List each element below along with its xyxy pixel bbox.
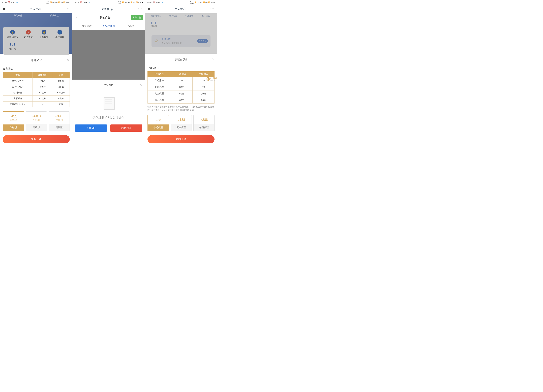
table-row: 查看精准群/名片-支持 [3, 101, 70, 107]
empty-state: 仅代理和VIP会员可操作 [75, 92, 142, 124]
table-row: 查看群/名片-积分免积分 [3, 78, 70, 84]
status-hz: 90Hz [11, 1, 15, 3]
permission-title: 无权限 [104, 83, 113, 87]
app-header: ✕ 我的广告 ••• [72, 5, 145, 13]
empty-text: 仅代理和VIP会员可操作 [75, 115, 142, 119]
dimmed-content [72, 30, 145, 79]
vip-modal-title: 开通VIP [31, 58, 42, 62]
my-earnings-label: 我的收益 [36, 14, 72, 17]
menu-ranking[interactable]: ▮▯▮排行榜 [5, 42, 20, 50]
profile-summary: 我的积分 我的收益 [0, 14, 72, 17]
table-row: 钻石代理60%20% [148, 97, 215, 103]
dim-overlay [145, 13, 217, 54]
alarm-icon: ⏰ [153, 1, 155, 4]
sub-title: 我的广告 [74, 16, 131, 19]
status-bar: 10:54 ⏰ 90Hz ◔ 1.70KB/S 📶 HD¦ 4G📶 4G📶 65… [0, 0, 72, 5]
menu-promote[interactable]: 👤推广赚钱 [52, 30, 68, 39]
agent-level-table: 代理级别 一级佣金 二级佣金 普通用户0%0% 普通代理30%0% 黄金代理50… [147, 71, 215, 104]
table-row: 签到积分+1积分+1~积分 [3, 90, 70, 96]
watermark: K1 K1 源码 k1ym.com [206, 77, 217, 81]
table-row: 邀请积分+1积分+积分 [3, 96, 70, 101]
plan-trial[interactable]: ￥0.1￥30.10 体验版 [3, 111, 24, 131]
battery-icon: ▮ [214, 1, 215, 3]
tab-feed[interactable]: 信息流 [119, 22, 141, 30]
close-icon[interactable]: ✕ [75, 7, 78, 11]
alarm-icon: ⏰ [8, 1, 10, 4]
plan-advanced-2[interactable]: ￥99.0￥129.00 高级版 [49, 111, 70, 131]
wifi-icon: 📶 [50, 1, 52, 3]
agent-plans: ￥88 普通代理 ￥188 黄金代理 ￥288 钻石代理 [147, 115, 215, 131]
close-icon[interactable]: ✕ [67, 58, 70, 62]
ad-tabs: 首页弹屏 首页轮播图 信息流 [72, 22, 145, 30]
tab-popup[interactable]: 首页弹屏 [76, 22, 98, 30]
tab-carousel[interactable]: 首页轮播图 [98, 22, 120, 30]
publish-ad-button[interactable]: 发布广告 [131, 15, 143, 20]
page-title: 我的广告 [102, 7, 114, 11]
menu-withdraw[interactable]: 💰收益提现 [36, 30, 52, 39]
close-icon[interactable]: ✕ [139, 83, 142, 87]
weather-icon: ◔ [89, 1, 90, 4]
plan-diamond-agent[interactable]: ￥288 钻石代理 [193, 115, 215, 131]
menu-checkin[interactable]: 🏅签到领积分 [5, 30, 20, 39]
status-battery: 65% [66, 1, 69, 3]
yen-icon: ¥ [26, 30, 31, 34]
badge-icon: 🏅 [10, 30, 15, 34]
status-kbs: 1.70 [45, 1, 49, 2]
wifi-icon: 📶 [122, 1, 124, 3]
weather-icon: ◔ [161, 1, 163, 4]
k1-logo-icon: K1 [206, 77, 210, 81]
close-icon[interactable]: ✕ [3, 7, 6, 11]
app-header: ✕ 个人中心 ••• [0, 5, 72, 13]
table-row: 普通代理30%0% [148, 84, 215, 90]
wifi-icon: 📶 [195, 1, 196, 3]
app-header: ✕ 个人中心 ••• [145, 5, 217, 13]
close-icon[interactable]: ✕ [147, 7, 150, 11]
open-agent-button[interactable]: 立即开通 [147, 135, 215, 143]
sub-header: 〈 我的广告 发布广告 [72, 13, 145, 22]
agent-modal-title: 开通代理 [175, 57, 187, 62]
vip-modal: 开通VIP ✕ 会员特权： 类型 普通用户 会员 查看群/名片-积分免积分 发布… [0, 55, 72, 147]
screen-vip: 10:54 ⏰ 90Hz ◔ 1.70KB/S 📶 HD¦ 4G📶 4G📶 65… [0, 0, 72, 147]
battery-icon: ▮ [142, 1, 143, 3]
privilege-label: 会员特权： [3, 67, 70, 70]
status-bar: 10:54 ⏰ 90Hz ◔ 1.75KB/S 📶 HD¦ 4G📶 4G📶 65… [72, 0, 145, 5]
my-points-label: 我的积分 [0, 14, 36, 17]
plan-advanced-1[interactable]: ￥60.0￥90.00 高级版 [26, 111, 47, 131]
level-label: 代理级别： [147, 67, 215, 70]
chart-icon: ▮▯▮ [10, 42, 15, 46]
menu-recharge[interactable]: ¥积分充值 [20, 30, 36, 39]
empty-icon [99, 95, 119, 112]
table-row: 发布群/名片-1积分免积分 [3, 84, 70, 90]
agent-note: 说明：一级佣金表示你邀请的好友产生的佣金，二级好友表示你的好友邀请的好友产生的佣… [147, 105, 215, 112]
status-time: 10:54 [2, 1, 7, 3]
screen-ads: 10:54 ⏰ 90Hz ◔ 1.75KB/S 📶 HD¦ 4G📶 4G📶 65… [72, 0, 145, 147]
open-vip-button[interactable]: 立即开通 [3, 135, 70, 143]
privilege-table: 类型 普通用户 会员 查看群/名片-积分免积分 发布群/名片-1积分免积分 签到… [3, 72, 70, 107]
menu-card: 🏅签到领积分 ¥积分充值 💰收益提现 👤推广赚钱 ▮▯▮排行榜 [3, 27, 69, 55]
screen-agent: 10:54 ⏰ 90Hz ◔ 0.83KB/S 📶 HD¦ 4G📶 4G📶 65… [145, 0, 217, 147]
agent-modal: 开通代理 ✕ 代理级别： 代理级别 一级佣金 二级佣金 普通用户0%0% 普通代… [145, 54, 217, 147]
weather-icon: ◔ [16, 1, 18, 4]
person-icon: 👤 [57, 30, 62, 34]
plan-normal-agent[interactable]: ￥88 普通代理 [147, 115, 169, 131]
become-agent-button[interactable]: 成为代理 [110, 124, 142, 132]
table-row: 普通用户0%0% [148, 77, 215, 84]
close-icon[interactable]: ✕ [212, 57, 215, 62]
bag-icon: 💰 [42, 30, 46, 34]
open-vip-button[interactable]: 开通VIP [75, 124, 107, 132]
permission-modal: 无权限 ✕ 仅代理和VIP会员可操作 开通VIP 成为代理 [72, 79, 145, 136]
page-title: 个人中心 [30, 7, 41, 11]
table-row: 黄金代理50%10% [148, 90, 215, 97]
battery-icon: ▮ [69, 1, 70, 3]
status-bar: 10:54 ⏰ 90Hz ◔ 0.83KB/S 📶 HD¦ 4G📶 4G📶 65… [145, 0, 217, 5]
more-icon[interactable]: ••• [138, 7, 142, 11]
alarm-icon: ⏰ [80, 1, 82, 4]
page-title: 个人中心 [175, 7, 186, 11]
more-icon[interactable]: ••• [66, 7, 70, 11]
vip-plans: ￥0.1￥30.10 体验版 ￥60.0￥90.00 高级版 ￥99.0￥129… [3, 111, 70, 131]
more-icon[interactable]: ••• [210, 7, 215, 11]
plan-gold-agent[interactable]: ￥188 黄金代理 [171, 115, 192, 131]
